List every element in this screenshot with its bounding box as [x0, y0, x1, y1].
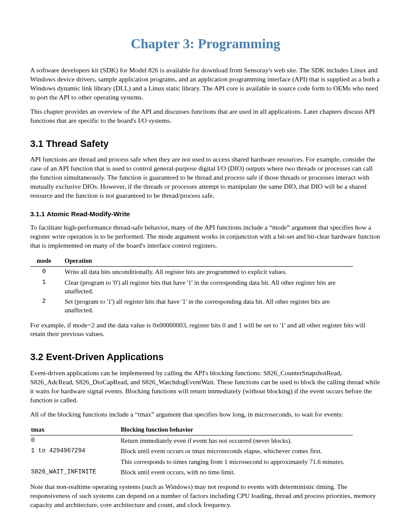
intro-paragraph-2: This chapter provides an overview of the…: [30, 107, 381, 125]
section-3-1-paragraph: API functions are thread and process saf…: [30, 155, 381, 200]
operation-cell: Write all data bits unconditionally. All…: [64, 267, 353, 277]
tmax-table-header-tmax: tmax: [30, 424, 120, 436]
table-row: 1 to 4294967294 Block until event occurs…: [30, 446, 353, 456]
mode-table-header-mode: mode: [30, 255, 64, 267]
tmax-cell: S826_WAIT_INFINITE: [30, 467, 120, 477]
table-row: 0 Return immediately even if event has n…: [30, 436, 353, 446]
section-3-2-paragraph-1: Event-driven applications can be impleme…: [30, 369, 381, 405]
table-row: 2 Set (program to '1') all register bits…: [30, 296, 353, 316]
subsection-3-1-1-paragraph-2: For example, if mode=2 and the data valu…: [30, 321, 381, 339]
chapter-title: Chapter 3: Programming: [30, 34, 381, 53]
operation-cell: Set (program to '1') all register bits t…: [64, 296, 353, 316]
mode-cell: 2: [30, 296, 64, 316]
section-heading-3-1: 3.1 Thread Safety: [30, 137, 381, 150]
section-3-2-paragraph-2: All of the blocking functions include a …: [30, 410, 381, 419]
mode-cell: 1: [30, 277, 64, 297]
tmax-cell: 1 to 4294967294: [30, 446, 120, 456]
mode-table-header-operation: Operation: [64, 255, 353, 267]
section-3-2-paragraph-3: Note that non-realtime operating systems…: [30, 482, 381, 510]
tmax-table-header-behavior: Blocking function behavior: [120, 424, 353, 436]
mode-table: mode Operation 0 Write all data bits unc…: [30, 255, 353, 316]
behavior-cell: Block until event occurs, with no time l…: [120, 467, 353, 477]
subsection-3-1-1-paragraph-1: To facilitate high-performance thread-sa…: [30, 223, 381, 250]
table-row: S826_WAIT_INFINITE Block until event occ…: [30, 467, 353, 477]
behavior-cell: Block until event occurs or tmax microse…: [120, 446, 353, 456]
tmax-cell: 0: [30, 436, 120, 446]
intro-paragraph-1: A software developers kit (SDK) for Mode…: [30, 66, 381, 102]
table-row: This corresponds to times ranging from 1…: [30, 457, 353, 467]
behavior-cell: Return immediately even if event has not…: [120, 436, 353, 446]
tmax-cell: [30, 457, 120, 467]
tmax-table: tmax Blocking function behavior 0 Return…: [30, 424, 353, 478]
mode-cell: 0: [30, 267, 64, 277]
subsection-heading-3-1-1: 3.1.1 Atomic Read-Modify-Write: [30, 210, 381, 219]
operation-cell: Clear (program to '0') all register bits…: [64, 277, 353, 297]
behavior-cell: This corresponds to times ranging from 1…: [120, 457, 353, 467]
table-row: 1 Clear (program to '0') all register bi…: [30, 277, 353, 297]
table-row: 0 Write all data bits unconditionally. A…: [30, 267, 353, 277]
section-heading-3-2: 3.2 Event-Driven Applications: [30, 351, 381, 364]
